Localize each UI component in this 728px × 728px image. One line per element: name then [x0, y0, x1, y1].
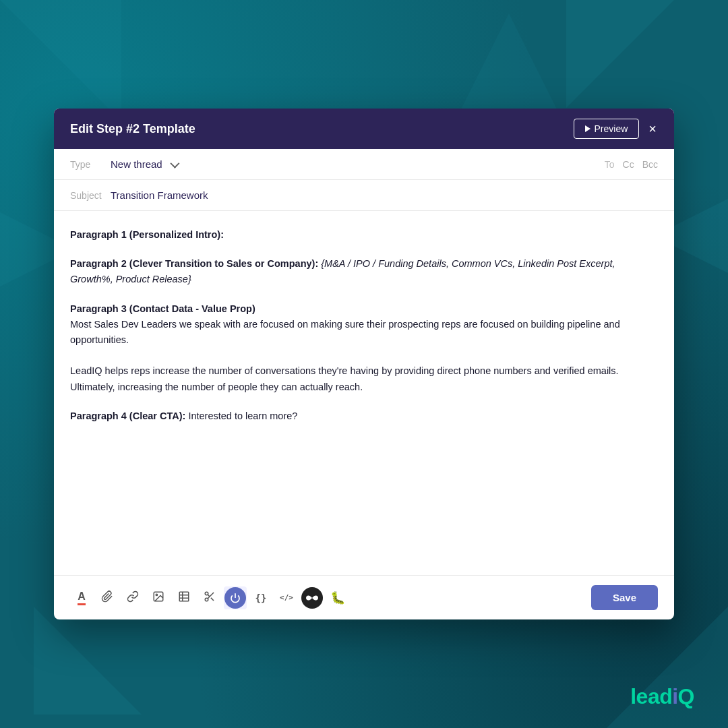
leadiq-logo: leadiQ	[630, 684, 694, 709]
attachment-icon	[101, 590, 113, 605]
svg-rect-2	[179, 592, 189, 601]
preview-label: Preview	[595, 123, 628, 134]
preview-button[interactable]: Preview	[574, 119, 640, 139]
subject-value: Transition Framework	[111, 189, 208, 201]
infinity-button[interactable]	[301, 586, 324, 609]
paragraph-1-bold: Paragraph 1 (Personalized Intro):	[70, 229, 224, 240]
power-button[interactable]	[224, 586, 247, 609]
svg-point-1	[156, 594, 157, 595]
type-select[interactable]: New thread	[111, 158, 605, 170]
paragraph-3-text1: Most Sales Dev Leaders we speak with are…	[70, 317, 658, 348]
to-cc-bcc: To Cc Bcc	[605, 159, 658, 170]
image-button[interactable]	[147, 586, 170, 609]
subject-row: Subject Transition Framework	[54, 180, 674, 211]
table-icon	[178, 590, 190, 605]
table-button[interactable]	[173, 586, 195, 609]
toolbar: A	[54, 575, 674, 619]
font-color-button[interactable]: A	[70, 586, 93, 609]
save-button[interactable]: Save	[591, 585, 658, 610]
paragraph-4-text: Interested to learn more?	[185, 411, 297, 421]
chevron-down-icon	[170, 158, 179, 168]
braces-icon: {}	[255, 593, 267, 603]
svg-line-9	[211, 598, 214, 601]
image-icon	[152, 590, 164, 605]
modal-header: Edit Step #2 Template Preview ×	[54, 109, 674, 149]
power-icon	[224, 587, 246, 609]
code-icon: </>	[280, 593, 293, 602]
scissors-button[interactable]	[198, 586, 221, 609]
bug-icon: 🐛	[330, 590, 345, 605]
paragraph-3-bold: Paragraph 3 (Contact Data - Value Prop)	[70, 303, 255, 314]
infinity-icon	[301, 587, 323, 609]
paragraph-4-bold: Paragraph 4 (Clear CTA):	[70, 411, 185, 421]
bcc-button[interactable]: Bcc	[642, 159, 658, 170]
scissors-icon	[204, 590, 216, 605]
to-button[interactable]: To	[605, 159, 615, 170]
code-button[interactable]: </>	[275, 586, 298, 609]
modal-body: Type New thread To Cc Bcc Subject Transi…	[54, 149, 674, 619]
font-color-icon: A	[78, 590, 86, 605]
link-icon	[127, 590, 139, 605]
close-button[interactable]: ×	[647, 121, 658, 137]
subject-label: Subject	[70, 190, 111, 201]
type-row: Type New thread To Cc Bcc	[54, 149, 674, 180]
modal-header-actions: Preview ×	[574, 119, 658, 139]
paragraph-2-bold: Paragraph 2 (Clever Transition to Sales …	[70, 258, 318, 269]
content-area[interactable]: Paragraph 1 (Personalized Intro): Paragr…	[54, 211, 674, 575]
svg-point-6	[205, 592, 208, 595]
paragraph-2-block: Paragraph 2 (Clever Transition to Sales …	[70, 256, 658, 287]
svg-line-10	[208, 595, 210, 597]
link-button[interactable]	[121, 586, 144, 609]
paragraph-4-block: Paragraph 4 (Clear CTA): Interested to l…	[70, 408, 658, 424]
play-icon	[585, 125, 590, 132]
type-label: Type	[70, 159, 111, 170]
svg-point-7	[205, 598, 208, 601]
attachment-button[interactable]	[96, 586, 119, 609]
modal-title: Edit Step #2 Template	[70, 122, 195, 136]
paragraph-1-block: Paragraph 1 (Personalized Intro):	[70, 227, 658, 243]
bug-button[interactable]: 🐛	[326, 586, 349, 609]
type-value: New thread	[111, 158, 162, 170]
paragraph-3-text2: LeadIQ helps reps increase the number of…	[70, 363, 658, 394]
paragraph-3-block: Paragraph 3 (Contact Data - Value Prop) …	[70, 301, 658, 395]
cc-button[interactable]: Cc	[623, 159, 634, 170]
braces-button[interactable]: {}	[249, 586, 272, 609]
modal: Edit Step #2 Template Preview × Type New…	[54, 109, 674, 619]
